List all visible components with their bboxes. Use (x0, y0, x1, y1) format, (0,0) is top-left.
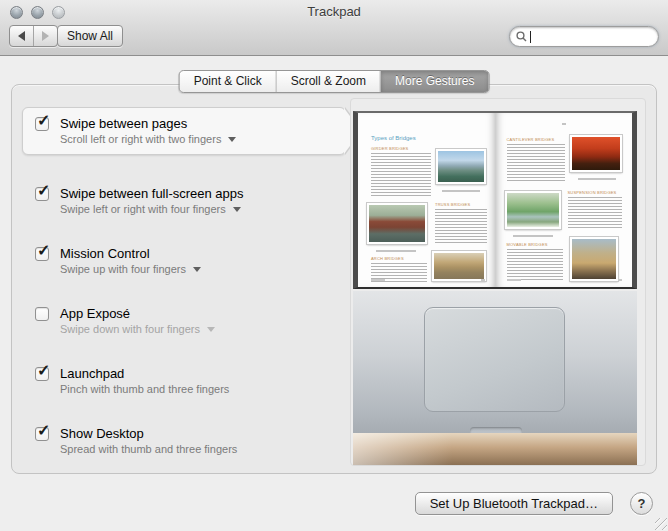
forward-button[interactable] (33, 26, 57, 46)
trackpad-preferences-window: Trackpad Show All Point & Click Scroll &… (0, 0, 668, 531)
gesture-subtitle: Spread with thumb and three fingers (60, 442, 237, 457)
photo-girder-bridge (436, 149, 486, 184)
body-text (568, 197, 622, 229)
back-icon (18, 31, 25, 41)
document-title: Types of Bridges (371, 135, 416, 141)
photo-caption (442, 190, 480, 192)
help-button[interactable]: ? (630, 492, 653, 515)
window-chrome: Trackpad Show All (0, 0, 668, 56)
chevron-down-icon (228, 137, 236, 142)
photo-suspension-bridge (505, 191, 561, 229)
show-all-button[interactable]: Show All (57, 25, 123, 47)
gesture-list: Swipe between pages Scroll left or right… (22, 107, 346, 477)
page-footer (371, 279, 385, 281)
gesture-title: Mission Control (60, 245, 201, 262)
gesture-title: Swipe between full-screen apps (60, 185, 244, 202)
back-forward-control (9, 25, 58, 47)
page-footer (507, 279, 521, 281)
page-ornament (562, 123, 566, 125)
gesture-option-dropdown[interactable]: Swipe down with four fingers (60, 322, 215, 337)
document-spread: Types of Bridges GIRDER BRIDGES TRUSS BR… (358, 113, 632, 287)
more-gestures-panel: Swipe between pages Scroll left or right… (11, 84, 657, 474)
tab-point-and-click[interactable]: Point & Click (180, 71, 277, 92)
gesture-title: Show Desktop (60, 425, 237, 442)
demo-screen: Types of Bridges GIRDER BRIDGES TRUSS BR… (353, 111, 637, 289)
forward-icon (42, 31, 49, 41)
launchpad-checkbox[interactable] (35, 367, 49, 381)
search-icon (516, 31, 527, 42)
section-heading: MOVABLE BRIDGES (507, 242, 548, 247)
gesture-subtitle: Swipe left or right with four fingers (60, 202, 226, 217)
gesture-option-dropdown[interactable]: Swipe left or right with four fingers (60, 202, 244, 217)
photo-tower-bridge (570, 237, 618, 281)
gesture-subtitle: Pinch with thumb and three fingers (60, 382, 229, 397)
document-page-right: CANTILEVER BRIDGES SUSPENSION BRIDGES MO… (495, 113, 633, 287)
resize-grip-icon[interactable] (655, 518, 667, 530)
gesture-title: Swipe between pages (60, 115, 236, 132)
laptop-body (353, 291, 637, 433)
body-text (435, 209, 487, 244)
gesture-row-swipe-between-pages[interactable]: Swipe between pages Scroll left or right… (22, 107, 346, 155)
wooden-desk (353, 433, 637, 465)
gesture-subtitle-row: Pinch with thumb and three fingers (60, 382, 229, 397)
gesture-demo-video: Types of Bridges GIRDER BRIDGES TRUSS BR… (350, 98, 646, 466)
search-field[interactable] (509, 26, 659, 47)
gesture-row-launchpad[interactable]: Launchpad Pinch with thumb and three fin… (22, 357, 346, 405)
app-expose-checkbox[interactable] (35, 307, 49, 321)
photo-caption (513, 235, 553, 237)
gesture-subtitle: Swipe up with four fingers (60, 262, 186, 277)
chevron-down-icon (193, 267, 201, 272)
section-heading: TRUSS BRIDGES (435, 202, 470, 207)
tab-more-gestures[interactable]: More Gestures (381, 71, 488, 92)
photo-caption (578, 178, 616, 180)
gesture-option-dropdown[interactable]: Scroll left or right with two fingers (60, 132, 236, 147)
gesture-row-show-desktop[interactable]: Show Desktop Spread with thumb and three… (22, 417, 346, 465)
gesture-tab-bar: Point & Click Scroll & Zoom More Gesture… (179, 70, 490, 93)
search-input[interactable] (531, 30, 652, 44)
gesture-subtitle-row: Spread with thumb and three fingers (60, 442, 237, 457)
gesture-title: App Exposé (60, 305, 215, 322)
page-number (481, 279, 485, 281)
section-heading: GIRDER BRIDGES (371, 146, 408, 151)
section-heading: ARCH BRIDGES (371, 256, 404, 261)
setup-bluetooth-trackpad-button[interactable]: Set Up Bluetooth Trackpad… (415, 492, 613, 515)
section-heading: SUSPENSION BRIDGES (568, 190, 617, 195)
body-text (371, 153, 431, 197)
photo-arch-bridge (432, 251, 486, 281)
gesture-row-swipe-fullscreen-apps[interactable]: Swipe between full-screen apps Swipe lef… (22, 177, 346, 225)
trackpad-surface (424, 307, 565, 412)
photo-truss-bridge (367, 203, 427, 244)
swipe-fullscreen-apps-checkbox[interactable] (35, 187, 49, 201)
photo-cantilever-bridge (570, 135, 622, 172)
chevron-down-icon (233, 207, 241, 212)
gesture-row-app-expose[interactable]: App Exposé Swipe down with four fingers (22, 297, 346, 345)
chevron-down-icon (207, 327, 215, 332)
body-text (507, 249, 563, 281)
photo-caption (376, 250, 416, 252)
body-text (507, 144, 565, 182)
swipe-between-pages-checkbox[interactable] (35, 117, 49, 131)
gesture-title: Launchpad (60, 365, 229, 382)
mission-control-checkbox[interactable] (35, 247, 49, 261)
gesture-subtitle: Swipe down with four fingers (60, 322, 200, 337)
document-page-left: Types of Bridges GIRDER BRIDGES TRUSS BR… (358, 113, 495, 287)
tab-scroll-and-zoom[interactable]: Scroll & Zoom (277, 71, 381, 92)
gesture-subtitle: Scroll left or right with two fingers (60, 132, 221, 147)
gesture-row-mission-control[interactable]: Mission Control Swipe up with four finge… (22, 237, 346, 285)
show-desktop-checkbox[interactable] (35, 427, 49, 441)
window-title: Trackpad (0, 4, 668, 19)
page-number (618, 279, 622, 281)
gesture-option-dropdown[interactable]: Swipe up with four fingers (60, 262, 201, 277)
section-heading: CANTILEVER BRIDGES (507, 137, 555, 142)
back-button[interactable] (10, 26, 33, 46)
